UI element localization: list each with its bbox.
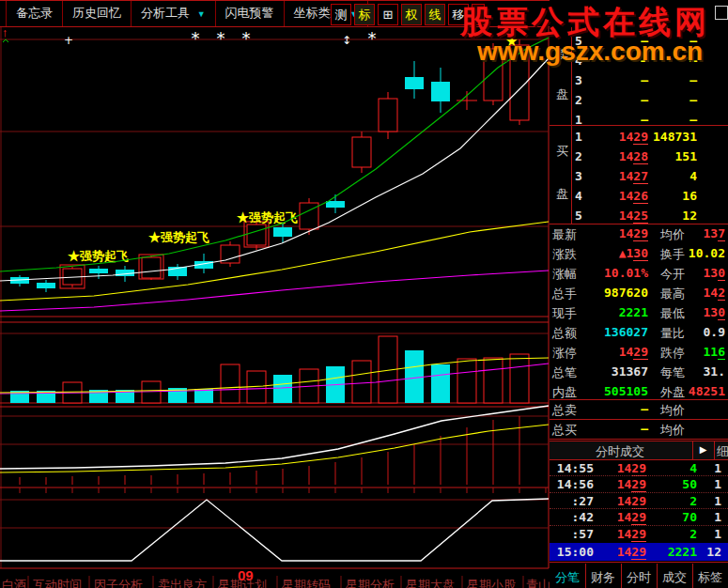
tick-row-vol: 2 [653, 494, 697, 508]
divider [714, 441, 715, 459]
divider [550, 224, 728, 224]
svg-text:互动时间: 互动时间 [33, 578, 82, 588]
stat-value: 1429 [587, 226, 648, 240]
tool-button-3[interactable]: 权 [401, 4, 422, 25]
toolbar: 测标⊞权线移 [331, 4, 488, 25]
buy-row-price: 1429 [606, 130, 648, 144]
stat-label: 现手 [552, 305, 577, 322]
stat-label: 涨跌 [552, 246, 577, 263]
stat-value: 0.9 [672, 325, 725, 339]
tick-row-count: 1 [700, 510, 721, 524]
svg-text:青山: 青山 [526, 578, 550, 588]
menu-item-1[interactable]: 历史回忆 [63, 1, 132, 26]
stat-value: 31. [672, 364, 725, 379]
stat-label: 总额 [552, 325, 577, 342]
sell-row-price: — [606, 73, 648, 87]
divider [550, 525, 728, 526]
svg-text:*: * [242, 28, 251, 48]
stat-value: 505105 [587, 384, 648, 398]
total-value: — [587, 422, 648, 436]
divider [550, 508, 728, 509]
sell-row-volume: — [653, 73, 697, 87]
buy-row-price: 1428 [606, 149, 648, 163]
tick-row-vol: 4 [653, 461, 697, 475]
stat-label: 涨幅 [552, 266, 577, 283]
sell-label: 盘 [556, 86, 568, 103]
tool-button-partial[interactable] [472, 4, 485, 25]
buy-row-price: 1426 [606, 189, 648, 203]
tick-row-price: 1429 [601, 527, 646, 541]
svg-text:↑: ↑ [2, 25, 8, 39]
sell-row-volume: — [653, 93, 697, 107]
divider [550, 439, 728, 440]
sell-row-price: — [606, 34, 648, 48]
svg-text:星期大盘: 星期大盘 [406, 578, 455, 588]
stat-value: 130 [672, 266, 725, 280]
stat-value: 130 [672, 305, 725, 319]
stat-value: 10.02 [672, 246, 725, 260]
stat-value: 31367 [587, 364, 648, 379]
tab-标签[interactable]: 标签 [692, 569, 728, 586]
stat-value: 142 [672, 286, 725, 300]
stat-value: 2221 [587, 305, 648, 319]
svg-text:*: * [217, 28, 225, 48]
tool-button-0[interactable]: 测 [331, 4, 351, 25]
tool-button-1[interactable]: 标 [354, 4, 375, 25]
tick-row-time: :57 [552, 527, 594, 541]
sell-row-price: — [606, 93, 648, 107]
tick-row-price: 1429 [601, 477, 646, 491]
svg-text:星期小股: 星期小股 [467, 578, 516, 588]
tab-分时[interactable]: 分时 [621, 569, 657, 586]
tool-button-4[interactable]: 线 [425, 4, 445, 25]
divider [550, 399, 728, 400]
buy-row-level: 5 [575, 209, 586, 223]
buy-row-volume: 16 [651, 189, 697, 203]
divider [550, 475, 728, 476]
svg-text:+: + [64, 34, 73, 47]
tick-more-label[interactable]: 细 [717, 443, 728, 460]
stat-value: 137 [672, 226, 725, 240]
buy-label: 盘 [556, 186, 568, 203]
chevron-down-icon: ▼ [197, 9, 206, 19]
tab-成交[interactable]: 成交 [657, 569, 692, 586]
menu-item-0[interactable]: 备忘录 [7, 1, 63, 26]
sell-label: 卖 [556, 47, 568, 64]
buy-row-level: 1 [575, 130, 586, 144]
tool-button-2[interactable]: ⊞ [378, 4, 398, 25]
tick-row-vol: 2221 [653, 545, 697, 559]
sell-row-level: 4 [575, 54, 586, 68]
divider [550, 562, 728, 563]
buy-row-price: 1427 [606, 169, 648, 183]
total-value: — [587, 402, 648, 416]
total-label: 总买 [552, 422, 577, 439]
tick-row-count: 1 [700, 461, 721, 475]
svg-text:白酒: 白酒 [2, 578, 26, 588]
stat-value: 10.01% [587, 266, 648, 280]
tab-财务[interactable]: 财务 [585, 569, 621, 586]
tool-button-5[interactable]: 移 [448, 4, 469, 25]
tick-row-time: 15:00 [552, 545, 594, 559]
svg-text:星期分析: 星期分析 [346, 578, 395, 588]
sell-row-level: 5 [575, 34, 586, 48]
tick-row-vol: 70 [653, 510, 697, 524]
stat-label: 涨停 [552, 345, 577, 362]
tick-row-count: 12 [700, 545, 721, 559]
divider [550, 459, 728, 460]
menu-item-2[interactable]: 分析工具 ▼ [132, 1, 216, 26]
svg-text:卖出良方: 卖出良方 [158, 578, 207, 588]
svg-text:*: * [192, 28, 200, 48]
svg-text:★强势起飞: ★强势起飞 [237, 210, 298, 224]
svg-text:星期转码: 星期转码 [282, 578, 331, 588]
menu-item-3[interactable]: 闪电预警 [216, 1, 285, 26]
tick-more-button[interactable]: ▶ [693, 444, 713, 455]
corner-button[interactable] [715, 6, 728, 20]
tab-分笔[interactable]: 分笔 [550, 569, 585, 586]
tick-row-count: 1 [700, 477, 721, 491]
trading-terminal: +***↕*↑★强势起飞★强势起飞★强势起飞★09白酒互动时间因子分析卖出良方星… [0, 0, 728, 588]
stat-label: 最新 [552, 226, 577, 243]
buy-row-volume: 151 [651, 149, 697, 163]
stat-value: 116 [672, 345, 725, 359]
buy-row-volume: 148731 [651, 130, 697, 144]
svg-text:★: ★ [505, 33, 518, 49]
divider [550, 125, 728, 126]
